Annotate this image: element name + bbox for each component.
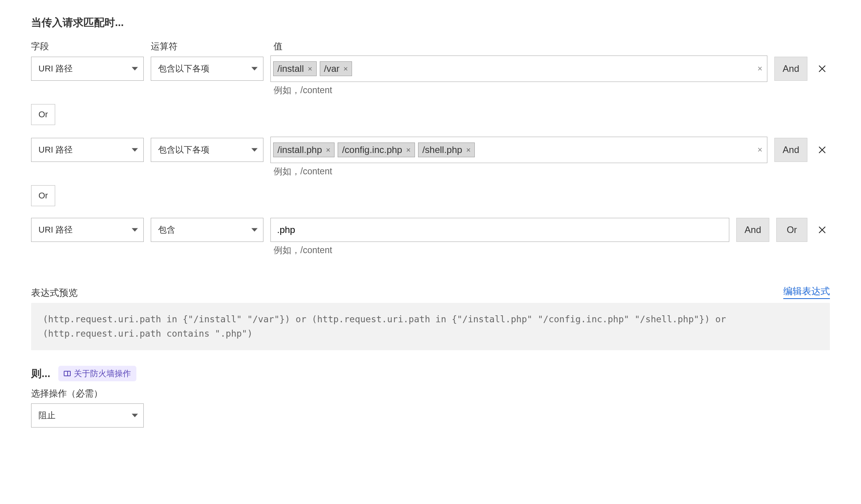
value-tags-input[interactable]: /install.php × /config.inc.php × /shell.… — [270, 137, 767, 163]
field-select-value: URI 路径 — [38, 63, 73, 75]
chevron-down-icon — [132, 148, 138, 152]
chevron-down-icon — [251, 67, 258, 71]
field-select[interactable]: URI 路径 — [31, 218, 144, 242]
column-labels: 字段 运算符 值 — [31, 40, 830, 52]
or-button[interactable]: Or — [31, 104, 55, 125]
or-button[interactable]: Or — [31, 185, 55, 206]
value-text-input[interactable] — [270, 218, 729, 242]
clear-all-icon[interactable]: × — [757, 64, 762, 74]
field-select[interactable]: URI 路径 — [31, 57, 144, 81]
then-label: 则... — [31, 367, 51, 381]
value-hint: 例如，/content — [274, 165, 830, 177]
remove-tag-icon[interactable]: × — [326, 146, 331, 154]
expression-preview: (http.request.uri.path in {"/install" "/… — [31, 303, 830, 350]
field-select-value: URI 路径 — [38, 224, 73, 236]
remove-row-button[interactable] — [814, 61, 830, 76]
rule-row: URI 路径 包含以下各项 /install.php × /config.inc… — [31, 137, 830, 163]
value-tag: /config.inc.php × — [338, 143, 415, 157]
value-tag: /install × — [273, 61, 317, 76]
preview-title: 表达式预览 — [31, 287, 78, 299]
and-button[interactable]: And — [736, 218, 769, 242]
value-hint: 例如，/content — [274, 84, 830, 96]
or-button[interactable]: Or — [776, 218, 807, 242]
edit-expression-link[interactable]: 编辑表达式 — [783, 285, 830, 299]
close-icon — [817, 64, 827, 73]
close-icon — [817, 225, 827, 235]
label-operator: 运算符 — [151, 40, 267, 52]
operator-select[interactable]: 包含 — [151, 218, 263, 242]
chevron-down-icon — [132, 67, 138, 71]
preview-header: 表达式预览 编辑表达式 — [31, 285, 830, 299]
remove-tag-icon[interactable]: × — [343, 65, 348, 73]
remove-row-button[interactable] — [814, 142, 830, 158]
chevron-down-icon — [251, 148, 258, 152]
value-tag: /var × — [320, 61, 352, 76]
close-icon — [817, 145, 827, 155]
action-select-value: 阻止 — [38, 410, 56, 421]
value-hint: 例如，/content — [274, 244, 830, 256]
label-field: 字段 — [31, 40, 144, 52]
and-button[interactable]: And — [774, 138, 807, 162]
label-value: 值 — [274, 40, 830, 52]
rule-row: URI 路径 包含 And Or — [31, 218, 830, 242]
value-tags-input[interactable]: /install × /var × × — [270, 56, 767, 82]
operator-select[interactable]: 包含以下各项 — [151, 138, 263, 162]
and-button[interactable]: And — [774, 57, 807, 81]
chevron-down-icon — [132, 414, 138, 417]
remove-tag-icon[interactable]: × — [406, 146, 411, 154]
action-select-label: 选择操作（必需） — [31, 388, 830, 400]
then-section: 则... 关于防火墙操作 — [31, 366, 830, 381]
remove-row-button[interactable] — [814, 222, 830, 238]
operator-select[interactable]: 包含以下各项 — [151, 57, 263, 81]
chevron-down-icon — [251, 228, 258, 232]
chevron-down-icon — [132, 228, 138, 232]
field-select-value: URI 路径 — [38, 144, 73, 156]
rule-row: URI 路径 包含以下各项 /install × /var × × And — [31, 56, 830, 82]
operator-select-value: 包含以下各项 — [158, 144, 209, 156]
about-firewall-link[interactable]: 关于防火墙操作 — [58, 366, 136, 381]
value-tag: /shell.php × — [418, 143, 475, 157]
value-tag: /install.php × — [273, 143, 335, 157]
remove-tag-icon[interactable]: × — [466, 146, 471, 154]
clear-all-icon[interactable]: × — [757, 145, 762, 155]
operator-select-value: 包含 — [158, 224, 175, 236]
action-select[interactable]: 阻止 — [31, 403, 144, 428]
field-select[interactable]: URI 路径 — [31, 138, 144, 162]
operator-select-value: 包含以下各项 — [158, 63, 209, 75]
remove-tag-icon[interactable]: × — [308, 65, 312, 73]
section-title: 当传入请求匹配时... — [31, 16, 830, 30]
book-icon — [64, 371, 71, 376]
